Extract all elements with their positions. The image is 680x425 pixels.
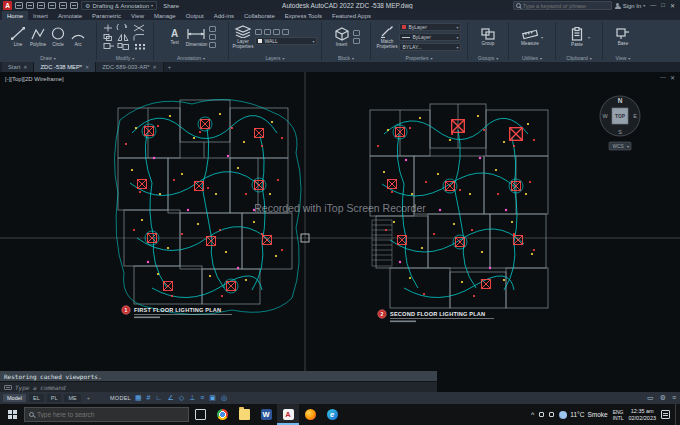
workspace-switching-icon[interactable]: ⚙ <box>659 393 667 403</box>
customization-icon[interactable]: ≡ <box>671 393 677 403</box>
object-color-dropdown[interactable]: ByLayer ▾ <box>399 23 461 31</box>
model-space-viewport[interactable]: [-][Top][2D Wireframe] — ✕ Recorded with… <box>0 72 680 392</box>
close-tab-icon[interactable]: ✕ <box>153 64 157 70</box>
clipboard-panel-label[interactable]: Clipboard▾ <box>556 54 602 62</box>
firefox-icon[interactable] <box>299 404 321 425</box>
layout-tab[interactable]: EL <box>29 394 44 402</box>
lineweight-icon[interactable]: ≡ <box>199 393 205 403</box>
viewport-controls-label[interactable]: [-][Top][2D Wireframe] <box>5 76 64 82</box>
language-indicator[interactable]: ENG INTL <box>613 409 624 421</box>
task-view-icon[interactable] <box>189 404 211 425</box>
autocad-icon[interactable]: A <box>277 404 299 425</box>
polyline-tool-button[interactable]: Polyline <box>29 26 47 47</box>
close-tab-icon[interactable]: ✕ <box>85 64 89 70</box>
restore-drawing-window-icon[interactable]: — <box>660 74 666 81</box>
sign-in-button[interactable]: Sign In ▾ <box>615 3 646 9</box>
minimize-button[interactable]: — <box>650 2 656 9</box>
arc-tool-button[interactable]: Arc <box>69 26 87 47</box>
taskbar-search-box[interactable] <box>24 407 189 422</box>
ortho-icon[interactable]: ∟ <box>155 393 164 403</box>
draw-panel-label[interactable]: Draw▾ <box>0 54 96 62</box>
print-icon[interactable] <box>48 2 56 9</box>
circle-tool-button[interactable]: Circle <box>49 26 67 47</box>
grid-icon[interactable]: ▦ <box>134 393 143 403</box>
help-search-input[interactable] <box>523 3 609 9</box>
ribbon-tab[interactable]: Home <box>2 11 28 20</box>
ribbon-tab[interactable]: Output <box>181 11 209 20</box>
redo-icon[interactable] <box>70 2 78 9</box>
undo-icon[interactable] <box>59 2 67 9</box>
new-file-icon[interactable] <box>15 2 23 9</box>
ribbon-tab[interactable]: Parametric <box>87 11 126 20</box>
text-tool-button[interactable]: A Text <box>166 29 184 45</box>
clock[interactable]: 12:35 am 02/02/2023 <box>628 408 656 421</box>
ribbon-tab[interactable]: Express Tools <box>280 11 327 20</box>
share-button[interactable]: Share <box>160 3 182 9</box>
word-icon[interactable]: W <box>255 404 277 425</box>
new-layout-button[interactable]: + <box>84 394 93 402</box>
file-tab[interactable]: Start✕ <box>2 62 34 72</box>
autocad-app-icon[interactable]: A <box>3 1 12 10</box>
annotation-panel-label[interactable]: Annotation▾ <box>154 54 228 62</box>
ribbon-tab[interactable]: Add-ins <box>209 11 239 20</box>
linetype-dropdown[interactable]: ByLayer ▾ <box>399 33 461 41</box>
chrome-icon[interactable] <box>211 404 233 425</box>
polar-tracking-icon[interactable]: ∠ <box>166 393 174 403</box>
properties-panel-label[interactable]: Properties▾ <box>371 54 467 62</box>
wcs-dropdown[interactable]: WCS ▾ <box>609 142 631 150</box>
modify-panel-label[interactable]: Modify▾ <box>97 54 153 62</box>
show-hidden-icons-button[interactable]: ^ <box>531 411 534 418</box>
paste-button[interactable]: Paste <box>568 27 586 47</box>
block-panel-label[interactable]: Block▾ <box>322 54 370 62</box>
dimension-tool-button[interactable]: Dimension <box>186 27 208 47</box>
selection-cycling-icon[interactable]: ▣ <box>208 393 217 403</box>
taskbar-search-input[interactable] <box>37 411 167 418</box>
help-search-box[interactable] <box>513 1 612 10</box>
layout-tab[interactable]: PL <box>47 394 62 402</box>
close-drawing-window-icon[interactable]: ✕ <box>670 74 675 81</box>
line-tool-button[interactable]: Line <box>9 26 27 47</box>
insert-block-button[interactable]: Insert <box>333 27 351 47</box>
ribbon-tab[interactable]: Featured Apps <box>327 11 376 20</box>
edge-icon[interactable]: e <box>321 404 343 425</box>
volume-icon[interactable] <box>549 412 554 417</box>
ribbon-tab[interactable]: Annotate <box>53 11 87 20</box>
base-view-button[interactable]: Base <box>614 28 632 46</box>
layout-tab[interactable]: ME <box>64 394 80 402</box>
drawing-canvas[interactable]: 1 FIRST FLOOR LIGHTING PLAN <box>0 72 680 392</box>
ribbon-tab[interactable]: View <box>126 11 149 20</box>
edit-block-icon[interactable] <box>353 38 360 44</box>
leader-tool-icon[interactable] <box>209 26 216 32</box>
maximize-button[interactable]: □ <box>661 2 665 9</box>
match-properties-button[interactable]: MatchProperties <box>377 25 398 49</box>
view-panel-label[interactable]: View▾ <box>603 54 643 62</box>
table-tool-icon[interactable] <box>209 34 216 40</box>
command-input[interactable]: Type a command <box>0 381 437 392</box>
close-tab-icon[interactable]: ✕ <box>23 64 27 70</box>
viewcube[interactable]: N E S W TOP WCS ▾ <box>600 96 640 150</box>
create-block-icon[interactable] <box>353 30 360 36</box>
close-button[interactable]: ✕ <box>670 2 675 9</box>
network-icon[interactable] <box>539 412 544 417</box>
measure-button[interactable]: Measure <box>521 28 539 46</box>
workspace-dropdown[interactable]: ⚙ Drafting & Annotation ▾ <box>81 1 157 10</box>
utilities-panel-label[interactable]: Utilities▾ <box>509 54 555 62</box>
layer-properties-button[interactable]: LayerProperties <box>233 25 254 49</box>
lineweight-dropdown[interactable]: BYLAY... ▾ <box>399 43 461 51</box>
ribbon-tab[interactable]: Manage <box>149 11 181 20</box>
new-tab-button[interactable]: + <box>164 62 175 72</box>
layer-state-icon[interactable] <box>255 29 262 35</box>
weather-widget[interactable]: 11°C Smoke <box>559 411 607 419</box>
modify-tools-icons[interactable] <box>102 24 148 50</box>
groups-panel-label[interactable]: Groups▾ <box>468 54 508 62</box>
layer-freeze-icon[interactable] <box>273 29 280 35</box>
isodraft-icon[interactable]: ◇ <box>178 393 185 403</box>
layout-tab[interactable]: Model <box>3 394 26 402</box>
action-center-icon[interactable] <box>661 410 670 419</box>
save-icon[interactable] <box>37 2 45 9</box>
file-tab[interactable]: ZDC-589-003-AR*✕ <box>96 62 164 72</box>
open-file-icon[interactable] <box>26 2 34 9</box>
file-tab[interactable]: ZDC -538 MEP*✕ <box>34 62 96 72</box>
multiline-text-icon[interactable] <box>209 42 216 48</box>
layers-panel-label[interactable]: Layers▾ <box>229 54 321 62</box>
